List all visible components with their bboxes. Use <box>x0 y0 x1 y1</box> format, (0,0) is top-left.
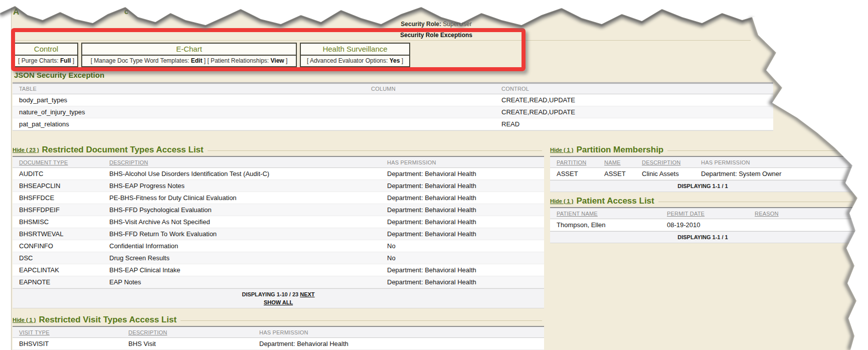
column-header-patient-name[interactable]: PATIENT NAME <box>550 211 660 217</box>
json-security-exception-table: TABLE COLUMN CONTROL body_part_typesCREA… <box>13 82 773 131</box>
table-cell: BHS-EAP Clinical Intake <box>103 266 381 274</box>
table-cell: BHSVISIT <box>13 340 122 347</box>
table-body: Thompson, Ellen08-19-2010 <box>550 219 855 231</box>
section-title: Restricted Visit Types Access List <box>39 315 177 325</box>
table-cell: BHSFFDCE <box>13 194 103 202</box>
hide-link[interactable]: Hide ( 1 ) <box>550 198 573 204</box>
table-cell: body_part_types <box>13 96 365 104</box>
column-header-has-permission: HAS PERMISSION <box>253 329 544 335</box>
section-title: Restricted Document Types Access List <box>42 145 204 155</box>
security-role-line: Security Role: SuperUser <box>13 21 860 28</box>
table-row: BHSVISITBHS VisitDepartment: Behavioral … <box>13 338 544 350</box>
cutoff-heading-fragment: A <box>13 7 19 17</box>
patient-access-list-table: PATIENT NAME PERMIT DATE REASON Thompson… <box>550 207 855 243</box>
table-row: ASSETASSETClinic AssetsDepartment: Syste… <box>550 168 855 180</box>
displaying-text: DISPLAYING 1-10 / 23 <box>242 291 298 297</box>
column-header-partition[interactable]: PARTITION <box>550 159 598 165</box>
table-cell: BHSEAPCLIN <box>13 182 103 190</box>
table-cell: BHS-Visit Archive As Not Specified <box>103 218 381 226</box>
table-row: BHSFFDPEIFBHS-FFD Psychological Evaluati… <box>13 204 544 216</box>
section-header: Hide ( 1 ) Restricted Visit Types Access… <box>13 314 544 326</box>
table-header-row: TABLE COLUMN CONTROL <box>13 82 773 94</box>
table-row: Thompson, Ellen08-19-2010 <box>550 219 855 231</box>
hide-link[interactable]: Hide ( 1 ) <box>550 147 573 153</box>
pagination: DISPLAYING 1-10 / 23 NEXT SHOW ALL <box>13 288 544 308</box>
table-header-row: VISIT TYPE DESCRIPTION HAS PERMISSION <box>13 326 544 338</box>
table-cell: BHSMISC <box>13 218 103 226</box>
pagination: DISPLAYING 1-1 / 1 <box>550 231 855 243</box>
table-cell: CREATE,READ,UPDATE <box>495 108 773 116</box>
table-cell: pat_pat_relations <box>13 120 365 128</box>
hide-link[interactable]: Hide ( 1 ) <box>13 317 36 323</box>
pagination: DISPLAYING 1-1 / 1 <box>550 180 855 192</box>
column-header-has-permission: HAS PERMISSION <box>381 159 544 165</box>
table-cell: CONFINFO <box>13 242 103 250</box>
screenshot-canvas: A c Security Role: SuperUser Security Ro… <box>0 0 868 350</box>
table-row: BHSEAPCLINBHS-EAP Progress NotesDepartme… <box>13 180 544 192</box>
column-header-description[interactable]: DESCRIPTION <box>103 159 381 165</box>
section-rule <box>667 150 853 151</box>
column-header-description[interactable]: DESCRIPTION <box>635 159 695 165</box>
json-security-exception-title: JSON Security Exception <box>14 71 104 79</box>
table-cell: Department: Behavioral Health <box>381 206 544 214</box>
table-cell: CREATE,READ,UPDATE <box>495 96 773 104</box>
section-header: Hide ( 1 ) Patient Access List <box>550 195 855 207</box>
table-cell: Clinic Assets <box>635 170 695 178</box>
table-cell: Department: Behavioral Health <box>381 170 544 178</box>
json-security-exception-section: TABLE COLUMN CONTROL body_part_typesCREA… <box>13 82 773 131</box>
displaying-text: DISPLAYING 1-1 / 1 <box>677 183 728 189</box>
section-header: Hide ( 1 ) Partition Membership <box>550 144 855 156</box>
table-row: CONFINFOConfidential InformationNo <box>13 240 544 252</box>
table-cell: Department: Behavioral Health <box>381 278 544 286</box>
table-cell: Department: Behavioral Health <box>381 230 544 238</box>
table-body: AUDITCBHS-Alcohol Use Disorders Identifi… <box>13 168 544 288</box>
table-cell: EAPCLINTAK <box>13 266 103 274</box>
table-cell: Department: Behavioral Health <box>253 340 544 347</box>
table-cell: BHS Visit <box>122 340 253 347</box>
table-row: AUDITCBHS-Alcohol Use Disorders Identifi… <box>13 168 544 180</box>
table-cell: Department: System Owner <box>695 170 855 178</box>
next-link[interactable]: NEXT <box>300 291 314 297</box>
table-row: BHSRTWEVALBHS-FFD Return To Work Evaluat… <box>13 228 544 240</box>
cutoff-heading-fragment: c <box>124 8 128 16</box>
section-header: Hide ( 23 ) Restricted Document Types Ac… <box>13 144 544 156</box>
table-header-row: PATIENT NAME PERMIT DATE REASON <box>550 207 855 219</box>
table-row: nature_of_injury_typesCREATE,READ,UPDATE <box>13 106 773 118</box>
table-row: DSCDrug Screen ResultsNo <box>13 252 544 264</box>
patient-access-list-section: Hide ( 1 ) Patient Access List PATIENT N… <box>550 195 855 243</box>
section-rule <box>181 320 542 321</box>
table-cell: AUDITC <box>13 170 103 178</box>
table-header-row: PARTITION NAME DESCRIPTION HAS PERMISSIO… <box>550 156 855 168</box>
table-cell: Department: Behavioral Health <box>381 266 544 274</box>
column-header-column: COLUMN <box>365 86 495 92</box>
column-header-document-type[interactable]: DOCUMENT TYPE <box>13 159 103 165</box>
section-title: Patient Access List <box>576 196 654 206</box>
table-row: body_part_typesCREATE,READ,UPDATE <box>13 94 773 106</box>
table-cell: ASSET <box>550 170 598 178</box>
column-header-reason[interactable]: REASON <box>748 211 855 217</box>
table-cell: DSC <box>13 254 103 262</box>
table-header-row: DOCUMENT TYPE DESCRIPTION HAS PERMISSION <box>13 156 544 168</box>
table-row: BHSMISCBHS-Visit Archive As Not Specifie… <box>13 216 544 228</box>
security-role-label: Security Role: <box>401 21 441 28</box>
table-cell: Department: Behavioral Health <box>381 218 544 226</box>
hide-link[interactable]: Hide ( 23 ) <box>13 147 39 153</box>
table-cell: Confidential Information <box>103 242 381 250</box>
column-header-permit-date[interactable]: PERMIT DATE <box>660 211 748 217</box>
restricted-visit-types-section: Hide ( 1 ) Restricted Visit Types Access… <box>13 314 544 350</box>
table-row: EAPNOTEEAP NotesDepartment: Behavioral H… <box>13 276 544 288</box>
restricted-document-types-section: Hide ( 23 ) Restricted Document Types Ac… <box>13 144 544 308</box>
column-header-description[interactable]: DESCRIPTION <box>122 329 253 335</box>
show-all-link[interactable]: SHOW ALL <box>264 299 293 305</box>
table-cell: Thompson, Ellen <box>550 221 660 229</box>
column-header-has-permission: HAS PERMISSION <box>695 159 855 165</box>
table-row: BHSFFDCEPE-BHS-Fitness for Duty Clinical… <box>13 192 544 204</box>
column-header-visit-type[interactable]: VISIT TYPE <box>13 329 122 335</box>
table-body: BHSVISITBHS VisitDepartment: Behavioral … <box>13 338 544 350</box>
table-cell: 08-19-2010 <box>660 221 748 229</box>
column-header-name[interactable]: NAME <box>598 159 635 165</box>
restricted-document-types-table: DOCUMENT TYPE DESCRIPTION HAS PERMISSION… <box>13 156 544 308</box>
section-rule <box>208 150 542 151</box>
table-cell: Drug Screen Results <box>103 254 381 262</box>
table-cell: Department: Behavioral Health <box>381 194 544 202</box>
